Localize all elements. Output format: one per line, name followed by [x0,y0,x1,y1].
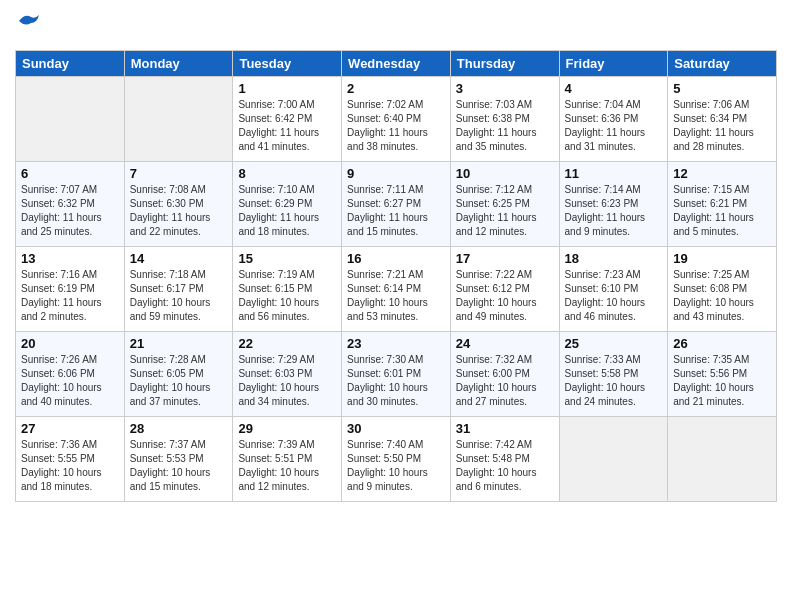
day-number: 29 [238,421,336,436]
day-number: 9 [347,166,445,181]
logo [15,15,39,40]
calendar-cell: 30Sunrise: 7:40 AM Sunset: 5:50 PM Dayli… [342,417,451,502]
day-info: Sunrise: 7:18 AM Sunset: 6:17 PM Dayligh… [130,268,228,324]
calendar-week-5: 27Sunrise: 7:36 AM Sunset: 5:55 PM Dayli… [16,417,777,502]
day-info: Sunrise: 7:08 AM Sunset: 6:30 PM Dayligh… [130,183,228,239]
calendar-cell: 8Sunrise: 7:10 AM Sunset: 6:29 PM Daylig… [233,162,342,247]
header-tuesday: Tuesday [233,51,342,77]
day-info: Sunrise: 7:04 AM Sunset: 6:36 PM Dayligh… [565,98,663,154]
day-info: Sunrise: 7:25 AM Sunset: 6:08 PM Dayligh… [673,268,771,324]
calendar-cell: 9Sunrise: 7:11 AM Sunset: 6:27 PM Daylig… [342,162,451,247]
day-number: 18 [565,251,663,266]
page-header [15,15,777,40]
day-number: 26 [673,336,771,351]
day-number: 4 [565,81,663,96]
day-number: 16 [347,251,445,266]
calendar-cell: 14Sunrise: 7:18 AM Sunset: 6:17 PM Dayli… [124,247,233,332]
calendar-cell: 1Sunrise: 7:00 AM Sunset: 6:42 PM Daylig… [233,77,342,162]
calendar-cell: 22Sunrise: 7:29 AM Sunset: 6:03 PM Dayli… [233,332,342,417]
calendar-week-1: 1Sunrise: 7:00 AM Sunset: 6:42 PM Daylig… [16,77,777,162]
header-saturday: Saturday [668,51,777,77]
day-info: Sunrise: 7:15 AM Sunset: 6:21 PM Dayligh… [673,183,771,239]
day-info: Sunrise: 7:37 AM Sunset: 5:53 PM Dayligh… [130,438,228,494]
day-info: Sunrise: 7:16 AM Sunset: 6:19 PM Dayligh… [21,268,119,324]
day-info: Sunrise: 7:36 AM Sunset: 5:55 PM Dayligh… [21,438,119,494]
calendar-cell: 10Sunrise: 7:12 AM Sunset: 6:25 PM Dayli… [450,162,559,247]
day-number: 12 [673,166,771,181]
day-info: Sunrise: 7:29 AM Sunset: 6:03 PM Dayligh… [238,353,336,409]
day-number: 6 [21,166,119,181]
calendar-cell: 3Sunrise: 7:03 AM Sunset: 6:38 PM Daylig… [450,77,559,162]
calendar-cell: 15Sunrise: 7:19 AM Sunset: 6:15 PM Dayli… [233,247,342,332]
day-info: Sunrise: 7:00 AM Sunset: 6:42 PM Dayligh… [238,98,336,154]
day-number: 1 [238,81,336,96]
calendar-cell [124,77,233,162]
calendar-table: SundayMondayTuesdayWednesdayThursdayFrid… [15,50,777,502]
calendar-header-row: SundayMondayTuesdayWednesdayThursdayFrid… [16,51,777,77]
calendar-cell: 28Sunrise: 7:37 AM Sunset: 5:53 PM Dayli… [124,417,233,502]
day-number: 25 [565,336,663,351]
header-thursday: Thursday [450,51,559,77]
calendar-cell [668,417,777,502]
day-number: 27 [21,421,119,436]
calendar-cell: 6Sunrise: 7:07 AM Sunset: 6:32 PM Daylig… [16,162,125,247]
day-number: 24 [456,336,554,351]
calendar-week-2: 6Sunrise: 7:07 AM Sunset: 6:32 PM Daylig… [16,162,777,247]
calendar-cell: 25Sunrise: 7:33 AM Sunset: 5:58 PM Dayli… [559,332,668,417]
day-number: 15 [238,251,336,266]
day-info: Sunrise: 7:03 AM Sunset: 6:38 PM Dayligh… [456,98,554,154]
calendar-cell: 19Sunrise: 7:25 AM Sunset: 6:08 PM Dayli… [668,247,777,332]
calendar-cell: 5Sunrise: 7:06 AM Sunset: 6:34 PM Daylig… [668,77,777,162]
day-info: Sunrise: 7:10 AM Sunset: 6:29 PM Dayligh… [238,183,336,239]
day-info: Sunrise: 7:35 AM Sunset: 5:56 PM Dayligh… [673,353,771,409]
calendar-cell [559,417,668,502]
day-number: 13 [21,251,119,266]
day-info: Sunrise: 7:22 AM Sunset: 6:12 PM Dayligh… [456,268,554,324]
logo-bird-icon [17,13,39,29]
day-info: Sunrise: 7:33 AM Sunset: 5:58 PM Dayligh… [565,353,663,409]
day-number: 30 [347,421,445,436]
calendar-cell: 23Sunrise: 7:30 AM Sunset: 6:01 PM Dayli… [342,332,451,417]
header-sunday: Sunday [16,51,125,77]
calendar-cell: 31Sunrise: 7:42 AM Sunset: 5:48 PM Dayli… [450,417,559,502]
day-info: Sunrise: 7:19 AM Sunset: 6:15 PM Dayligh… [238,268,336,324]
calendar-week-4: 20Sunrise: 7:26 AM Sunset: 6:06 PM Dayli… [16,332,777,417]
calendar-cell: 27Sunrise: 7:36 AM Sunset: 5:55 PM Dayli… [16,417,125,502]
calendar-cell [16,77,125,162]
day-info: Sunrise: 7:21 AM Sunset: 6:14 PM Dayligh… [347,268,445,324]
calendar-cell: 4Sunrise: 7:04 AM Sunset: 6:36 PM Daylig… [559,77,668,162]
day-number: 3 [456,81,554,96]
calendar-cell: 11Sunrise: 7:14 AM Sunset: 6:23 PM Dayli… [559,162,668,247]
day-info: Sunrise: 7:07 AM Sunset: 6:32 PM Dayligh… [21,183,119,239]
header-friday: Friday [559,51,668,77]
day-number: 5 [673,81,771,96]
day-info: Sunrise: 7:23 AM Sunset: 6:10 PM Dayligh… [565,268,663,324]
calendar-cell: 7Sunrise: 7:08 AM Sunset: 6:30 PM Daylig… [124,162,233,247]
day-number: 28 [130,421,228,436]
day-info: Sunrise: 7:12 AM Sunset: 6:25 PM Dayligh… [456,183,554,239]
day-number: 14 [130,251,228,266]
day-info: Sunrise: 7:14 AM Sunset: 6:23 PM Dayligh… [565,183,663,239]
header-monday: Monday [124,51,233,77]
day-number: 31 [456,421,554,436]
day-number: 11 [565,166,663,181]
day-info: Sunrise: 7:42 AM Sunset: 5:48 PM Dayligh… [456,438,554,494]
header-wednesday: Wednesday [342,51,451,77]
day-info: Sunrise: 7:26 AM Sunset: 6:06 PM Dayligh… [21,353,119,409]
calendar-cell: 12Sunrise: 7:15 AM Sunset: 6:21 PM Dayli… [668,162,777,247]
calendar-cell: 29Sunrise: 7:39 AM Sunset: 5:51 PM Dayli… [233,417,342,502]
calendar-cell: 20Sunrise: 7:26 AM Sunset: 6:06 PM Dayli… [16,332,125,417]
day-number: 22 [238,336,336,351]
day-number: 8 [238,166,336,181]
calendar-cell: 21Sunrise: 7:28 AM Sunset: 6:05 PM Dayli… [124,332,233,417]
day-number: 17 [456,251,554,266]
day-info: Sunrise: 7:06 AM Sunset: 6:34 PM Dayligh… [673,98,771,154]
day-info: Sunrise: 7:30 AM Sunset: 6:01 PM Dayligh… [347,353,445,409]
calendar-cell: 24Sunrise: 7:32 AM Sunset: 6:00 PM Dayli… [450,332,559,417]
calendar-cell: 2Sunrise: 7:02 AM Sunset: 6:40 PM Daylig… [342,77,451,162]
day-number: 21 [130,336,228,351]
day-number: 10 [456,166,554,181]
calendar-cell: 17Sunrise: 7:22 AM Sunset: 6:12 PM Dayli… [450,247,559,332]
day-info: Sunrise: 7:40 AM Sunset: 5:50 PM Dayligh… [347,438,445,494]
calendar-cell: 16Sunrise: 7:21 AM Sunset: 6:14 PM Dayli… [342,247,451,332]
